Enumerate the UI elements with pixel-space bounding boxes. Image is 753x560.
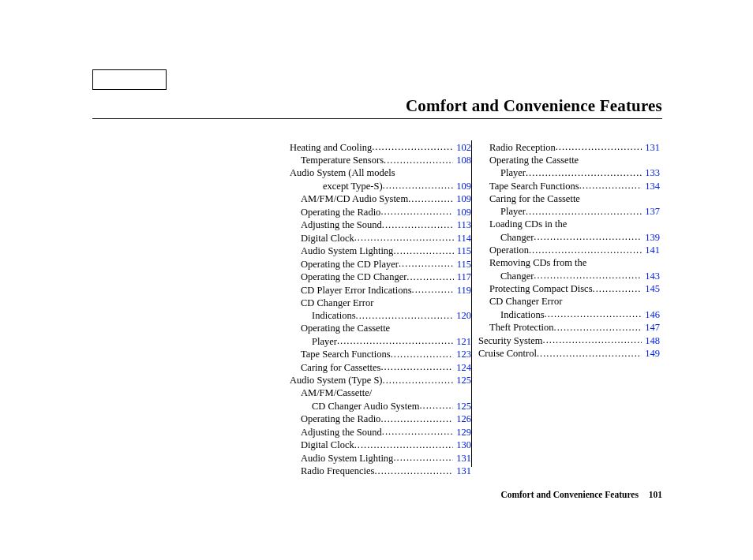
toc-page-link[interactable]: 126	[455, 413, 471, 425]
toc-entry: Player121	[290, 334, 471, 348]
toc-entry-label: Indications	[500, 308, 545, 321]
toc-page-link[interactable]: 131	[643, 141, 660, 154]
footer-section-title: Comfort and Convenience Features	[500, 490, 639, 499]
toc-entry: Audio System (Type S)125	[290, 374, 471, 387]
toc-page-link[interactable]: 148	[643, 334, 660, 347]
toc-page-link[interactable]: 120	[455, 309, 471, 322]
toc-leader-dots	[380, 205, 453, 215]
toc-page-link[interactable]: 146	[643, 308, 660, 321]
toc-leader-dots	[382, 218, 454, 229]
toc-page-link[interactable]: 133	[643, 166, 660, 179]
toc-entry: Audio System Lighting131	[290, 451, 471, 465]
toc-entry-label: except Type-S)	[323, 180, 383, 192]
toc-leader-dots	[383, 374, 454, 384]
toc-leader-dots	[593, 282, 642, 293]
toc-leader-dots	[382, 425, 453, 435]
toc-page-link[interactable]: 117	[455, 271, 471, 283]
toc-entry-label: Digital Clock	[301, 232, 354, 245]
toc-entry-label: CD Changer Error	[301, 297, 373, 309]
toc-page-link[interactable]: 130	[455, 439, 471, 451]
toc-page-link[interactable]: 134	[643, 180, 660, 192]
toc-page-link[interactable]: 125	[455, 374, 471, 386]
toc-entry-label: Changer	[500, 270, 534, 282]
toc-page-link[interactable]: 147	[643, 321, 660, 334]
toc-page-link[interactable]: 102	[455, 141, 471, 154]
toc-page-link[interactable]: 119	[455, 284, 471, 297]
toc-page-link[interactable]: 114	[455, 232, 471, 245]
toc-entry-label: Radio Frequencies	[301, 465, 374, 477]
toc-page-link[interactable]: 109	[455, 180, 471, 192]
footer-page-number: 101	[649, 490, 662, 499]
toc-entry: Heating and Cooling102	[290, 140, 471, 154]
toc-entry: Radio Reception131	[478, 140, 660, 154]
toc-page-link[interactable]: 123	[455, 348, 471, 360]
toc-entry: Player133	[478, 166, 660, 180]
toc-page-link[interactable]: 115	[455, 258, 471, 271]
toc-entry: Cruise Control149	[478, 347, 660, 360]
toc-page-link[interactable]: 129	[455, 426, 471, 439]
toc-leader-dots	[372, 140, 453, 151]
toc-entry-label: Loading CDs in the	[489, 218, 567, 230]
toc-entry: CD Changer Error	[478, 295, 660, 308]
toc-page-link[interactable]: 113	[455, 218, 471, 231]
toc-leader-dots	[545, 308, 642, 318]
toc-entry: Player137	[478, 205, 660, 218]
toc-entry: Indications146	[478, 308, 660, 321]
toc-leader-dots	[526, 166, 642, 177]
toc-page-link[interactable]: 109	[455, 206, 471, 218]
toc-entry-label: Changer	[500, 231, 534, 244]
toc-entry-label: AM/FM/Cassette/	[301, 386, 372, 399]
toc-leader-dots	[534, 269, 642, 279]
toc-page-link[interactable]: 137	[643, 205, 660, 218]
toc-page-link[interactable]: 121	[455, 335, 471, 348]
toc-entry: Digital Clock114	[290, 231, 471, 245]
toc-entry-label: Adjusting the Sound	[301, 426, 382, 439]
toc-entry-label: CD Changer Audio System	[312, 400, 419, 413]
toc-page-link[interactable]: 108	[455, 154, 471, 166]
toc-entry: Theft Protection147	[478, 321, 660, 334]
toc-page-link[interactable]: 109	[455, 192, 471, 205]
toc-entry: Tape Search Functions123	[290, 348, 471, 361]
toc-entry: Caring for Cassettes124	[290, 360, 471, 374]
toc-leader-dots	[356, 309, 454, 319]
toc-entry: Adjusting the Sound113	[290, 218, 471, 232]
toc-leader-dots	[406, 271, 453, 281]
toc-entry: Changer143	[478, 269, 660, 282]
toc-page-link[interactable]: 124	[455, 361, 471, 374]
toc-page-link[interactable]: 149	[643, 347, 660, 360]
toc-entry: Temperature Sensors108	[290, 154, 471, 167]
toc-leader-dots	[354, 231, 454, 241]
toc-column: Radio Reception131Operating the Cassette…	[478, 140, 660, 477]
toc-page-link[interactable]: 143	[643, 270, 660, 282]
toc-leader-dots	[534, 230, 642, 241]
toc-leader-dots	[529, 244, 642, 254]
toc-leader-dots	[354, 439, 454, 449]
toc-page-link[interactable]: 145	[643, 282, 660, 295]
toc-page-link[interactable]: 141	[643, 244, 660, 256]
toc-page-link[interactable]: 131	[455, 452, 471, 465]
toc-leader-dots	[543, 334, 642, 344]
toc-entry-label: Tape Search Functions	[301, 348, 391, 360]
toc-leader-dots	[374, 465, 453, 475]
toc-entry: Digital Clock130	[290, 439, 471, 452]
toc-entry-label: Cruise Control	[478, 347, 537, 360]
toc-page-link[interactable]: 131	[455, 465, 471, 477]
toc-leader-dots	[337, 334, 453, 345]
toc-page-link[interactable]: 125	[455, 400, 471, 413]
toc-entry: Operating the Radio109	[290, 205, 471, 218]
toc-entry: AM/FM/Cassette/	[290, 386, 471, 399]
toc-entry-label: Protecting Compact Discs	[489, 282, 593, 295]
page-title: Comfort and Convenience Features	[406, 96, 662, 116]
toc-columns: Heating and Cooling102Temperature Sensor…	[290, 140, 660, 477]
toc-page-link[interactable]: 115	[455, 245, 471, 257]
toc-entry-label: Caring for the Cassette	[489, 192, 580, 205]
toc-page-link[interactable]: 139	[643, 231, 660, 244]
toc-entry-label: Temperature Sensors	[301, 154, 384, 166]
toc-entry-label: Operating the Cassette	[301, 322, 390, 334]
toc-leader-dots	[380, 360, 453, 371]
toc-leader-dots	[391, 348, 454, 358]
toc-entry: Audio System Lighting115	[290, 245, 471, 258]
toc-entry-label: Security System	[478, 334, 543, 347]
toc-leader-dots	[579, 179, 642, 189]
toc-leader-dots	[380, 413, 453, 423]
